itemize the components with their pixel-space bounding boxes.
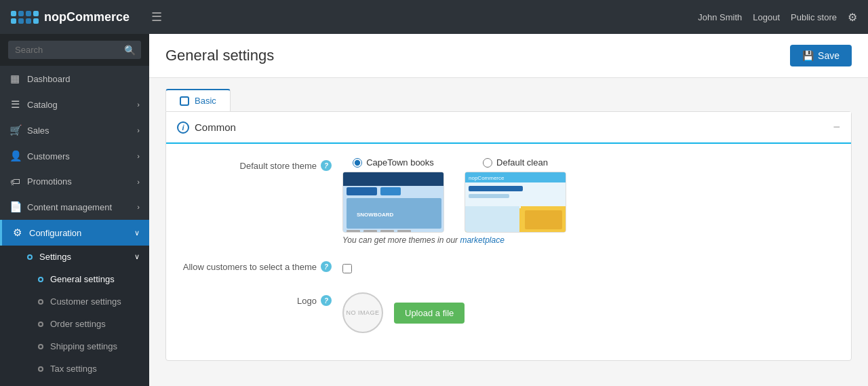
- sub-item-dot: [38, 366, 43, 372]
- allow-theme-help-icon[interactable]: ?: [321, 261, 332, 272]
- sidebar-item-dashboard[interactable]: ▦ Dashboard: [0, 66, 149, 92]
- capetown-radio[interactable]: [353, 158, 362, 168]
- public-store-link[interactable]: Public store: [791, 12, 837, 22]
- logo-area: NO IMAGE Upload a file: [342, 292, 835, 333]
- collapse-button[interactable]: −: [833, 120, 840, 134]
- sidebar-item-configuration[interactable]: ⚙ Configuration ∨: [0, 220, 149, 246]
- sub-item-label: Order settings: [50, 319, 106, 329]
- sub-item-dot: [38, 344, 43, 349]
- sidebar-item-catalog[interactable]: ☰ Catalog ›: [0, 92, 149, 117]
- svg-text:nopCommerce: nopCommerce: [469, 175, 505, 181]
- svg-rect-17: [525, 210, 562, 229]
- svg-rect-14: [469, 194, 509, 198]
- tab-basic[interactable]: Basic: [165, 89, 231, 111]
- sidebar-subitem-customer-settings[interactable]: Customer settings: [0, 290, 149, 313]
- info-icon: i: [177, 121, 189, 134]
- logo-dot-1: [11, 11, 16, 16]
- section-body: Default store theme ? CapeTown books: [166, 144, 851, 360]
- navbar-left: nopCommerce ☰: [11, 9, 162, 24]
- logout-button[interactable]: Logout: [753, 12, 780, 22]
- navbar: nopCommerce ☰ John Smith Logout Public s…: [0, 0, 868, 34]
- hamburger-menu[interactable]: ☰: [151, 9, 162, 24]
- sidebar-item-label: Dashboard: [27, 74, 140, 84]
- catalog-icon: ☰: [9, 98, 20, 111]
- default-theme-row: Default store theme ? CapeTown books: [182, 157, 835, 245]
- main-content: General settings 💾 Save Basic i Common: [149, 34, 868, 386]
- sidebar-item-label: Catalog: [27, 100, 130, 110]
- logo-help-icon[interactable]: ?: [321, 295, 332, 306]
- save-icon: 💾: [802, 50, 814, 61]
- sub-item-label: General settings: [50, 274, 115, 284]
- default-theme-label: Default store theme ?: [182, 157, 332, 171]
- sub-item-dot: [27, 254, 33, 260]
- content-body: Basic i Common − Default store theme: [149, 78, 868, 372]
- marketplace-text: You can get more themes in our marketpla…: [342, 235, 835, 245]
- search-input[interactable]: [8, 41, 141, 59]
- logo-dot-5: [11, 18, 16, 24]
- logo-dot-7: [26, 18, 31, 24]
- capetown-preview: SNOWBOARD: [342, 172, 444, 233]
- defaultclean-radio-wrap: Default clean: [483, 157, 548, 168]
- sidebar-subitem-order-settings[interactable]: Order settings: [0, 313, 149, 335]
- sidebar-item-label: Configuration: [29, 228, 127, 238]
- logo-dot-4: [33, 11, 39, 16]
- chevron-icon: ›: [137, 203, 140, 211]
- content-icon: 📄: [9, 201, 20, 213]
- sidebar-item-label: Promotions: [27, 176, 130, 187]
- logo-dot-8: [33, 18, 39, 24]
- upload-file-button[interactable]: Upload a file: [394, 303, 465, 324]
- allow-theme-checkbox[interactable]: [342, 264, 352, 273]
- svg-rect-7: [363, 230, 377, 233]
- chevron-icon: ›: [137, 100, 140, 109]
- save-button[interactable]: 💾 Save: [790, 45, 852, 66]
- logo-row: Logo ? NO IMAGE Upload a file: [182, 292, 835, 333]
- sidebar-item-label: Content management: [27, 202, 130, 212]
- logo-dot-3: [26, 11, 31, 16]
- customers-icon: 👤: [9, 150, 20, 162]
- search-wrap: 🔍: [8, 41, 141, 59]
- logo-text: nopCommerce: [44, 10, 130, 24]
- default-theme-control: CapeTown books: [342, 157, 835, 245]
- settings-gear-icon[interactable]: ⚙: [848, 11, 857, 24]
- logo-dot-6: [18, 18, 24, 24]
- logo-label: Logo ?: [182, 292, 332, 306]
- section-title: i Common: [177, 121, 236, 134]
- svg-rect-15: [465, 206, 519, 233]
- section-header: i Common −: [166, 112, 851, 144]
- tab-basic-label: Basic: [195, 96, 216, 106]
- sidebar-item-sales[interactable]: 🛒 Sales ›: [0, 117, 149, 143]
- defaultclean-radio[interactable]: [483, 158, 492, 168]
- sidebar-subitem-shipping-settings[interactable]: Shipping settings: [0, 335, 149, 358]
- page-header: General settings 💾 Save: [149, 34, 868, 78]
- theme-options: CapeTown books: [342, 157, 835, 233]
- sub-item-label: Shipping settings: [50, 341, 117, 351]
- svg-rect-6: [347, 230, 360, 233]
- sub-item-label: Tax settings: [50, 364, 97, 374]
- tabs: Basic: [165, 89, 852, 111]
- chevron-down-icon: ∨: [134, 252, 140, 261]
- tab-basic-icon: [180, 96, 189, 106]
- sales-icon: 🛒: [9, 124, 20, 136]
- sidebar-item-customers[interactable]: 👤 Customers ›: [0, 143, 149, 169]
- sidebar-subitem-settings[interactable]: Settings ∨: [0, 246, 149, 268]
- sidebar-subitem-general-settings[interactable]: General settings: [0, 268, 149, 290]
- settings-panel: i Common − Default store theme ?: [165, 111, 852, 361]
- svg-rect-8: [380, 230, 394, 233]
- theme-option-defaultclean[interactable]: Default clean nopCommerce: [465, 157, 566, 233]
- layout: 🔍 ▦ Dashboard ☰ Catalog › 🛒 Sales › 👤 Cu…: [0, 34, 868, 386]
- dashboard-icon: ▦: [9, 73, 20, 85]
- sidebar-subitem-tax-settings[interactable]: Tax settings: [0, 358, 149, 380]
- svg-rect-2: [347, 187, 377, 195]
- sidebar-item-content-management[interactable]: 📄 Content management ›: [0, 194, 149, 220]
- default-theme-help-icon[interactable]: ?: [321, 160, 332, 171]
- marketplace-link[interactable]: marketplace: [460, 235, 504, 245]
- user-name: John Smith: [698, 12, 742, 22]
- sidebar-subitem-catalog-settings[interactable]: Catalog settings: [0, 380, 149, 386]
- theme-option-capetown[interactable]: CapeTown books: [342, 157, 444, 233]
- chevron-icon: ›: [137, 126, 140, 134]
- sidebar-item-promotions[interactable]: 🏷 Promotions ›: [0, 169, 149, 194]
- capetown-radio-wrap: CapeTown books: [353, 157, 434, 168]
- search-icon: 🔍: [124, 45, 136, 56]
- chevron-icon: ›: [137, 178, 140, 186]
- logo: nopCommerce: [11, 10, 130, 24]
